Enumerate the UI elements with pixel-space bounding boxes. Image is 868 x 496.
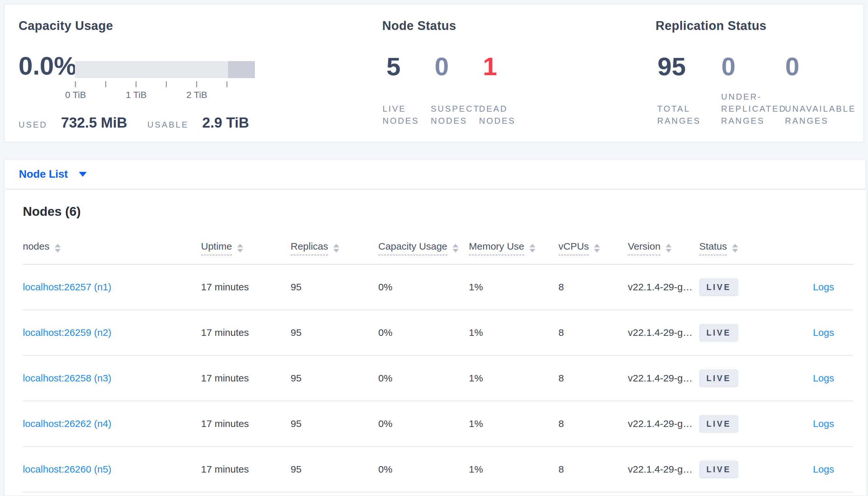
logs-link[interactable]: Logs: [813, 373, 834, 383]
column-header-capacity-usage[interactable]: Capacity Usage: [378, 231, 469, 264]
sort-icon[interactable]: [237, 244, 243, 252]
unavailable-ranges-label: UNAVAILABLE RANGES: [785, 103, 849, 127]
cluster-summary-card: Capacity Usage 0.0% 0 TiB 1 TiB 2 TiB US…: [4, 4, 864, 142]
replication-numbers: 95 0 0: [658, 53, 849, 79]
sort-icon[interactable]: [594, 244, 600, 252]
capacity-cell: 0%: [378, 355, 469, 401]
vcpus-cell: 8: [558, 355, 628, 401]
capacity-used-usable: USED 732.5 MiB USABLE 2.9 TiB: [18, 114, 269, 131]
axis-tick-label: 0 TiB: [65, 90, 86, 100]
memory-cell: 1%: [469, 401, 558, 447]
sort-icon[interactable]: [666, 244, 672, 252]
total-ranges-label: TOTAL RANGES: [657, 103, 721, 127]
capacity-bar-reserved-segment: [228, 61, 255, 78]
replicas-cell: 95: [290, 447, 378, 492]
memory-cell: 1%: [469, 264, 558, 310]
uptime-cell: 17 minutes: [201, 264, 290, 310]
axis-tick: [75, 81, 76, 87]
nodes-panel: Nodes (6) nodes Uptime: [4, 190, 867, 496]
axis-tick: [196, 81, 197, 87]
node-address-link[interactable]: localhost:26262 (n4): [23, 418, 111, 429]
version-cell: v22.1.4-29-g…: [628, 401, 699, 447]
column-header-nodes[interactable]: nodes: [23, 231, 201, 264]
table-row: localhost:26257 (n1) 17 minutes 95 0% 1%…: [23, 264, 853, 310]
sort-icon[interactable]: [452, 244, 459, 252]
column-header-memory-use[interactable]: Memory Use: [469, 231, 558, 264]
column-header-logs: [792, 231, 853, 264]
column-header-replicas[interactable]: Replicas: [290, 231, 378, 264]
suspect-nodes-count: 0: [435, 53, 483, 79]
memory-cell: 1%: [469, 310, 558, 355]
node-address-link[interactable]: localhost:26257 (n1): [23, 281, 111, 292]
column-label: Capacity Usage: [378, 241, 447, 255]
uptime-cell: 17 minutes: [201, 447, 290, 492]
sort-icon[interactable]: [333, 244, 339, 252]
node-status-labels: LIVE NODES SUSPECT NODES DEAD NODES: [383, 103, 527, 127]
version-cell: v22.1.4-29-g…: [628, 355, 699, 401]
axis-tick-label: 2 TiB: [186, 90, 207, 100]
vcpus-cell: 8: [558, 401, 628, 447]
replicas-cell: 95: [290, 355, 378, 401]
axis-tick: [136, 81, 136, 87]
uptime-cell: 17 minutes: [201, 310, 290, 355]
cluster-overview-page: { "capacity": { "title": "Capacity Usage…: [0, 0, 868, 496]
node-address-link[interactable]: localhost:26259 (n2): [23, 327, 111, 338]
column-header-vcpus[interactable]: vCPUs: [558, 231, 628, 264]
node-list-label[interactable]: Node List: [19, 168, 68, 180]
usable-value: 2.9 TiB: [202, 114, 249, 131]
capacity-cell: 0%: [378, 264, 469, 310]
axis-tick: [166, 81, 167, 87]
column-label: Version: [628, 241, 660, 255]
status-badge: LIVE: [699, 461, 738, 478]
logs-link[interactable]: Logs: [813, 418, 834, 429]
replicas-cell: 95: [290, 264, 378, 310]
memory-cell: 1%: [469, 447, 558, 492]
capacity-cell: 0%: [378, 310, 469, 355]
replication-labels: TOTAL RANGES UNDER- REPLICATED RANGES UN…: [657, 91, 849, 127]
status-badge: LIVE: [699, 369, 738, 387]
sort-icon[interactable]: [529, 244, 535, 252]
capacity-cell: 0%: [378, 447, 469, 492]
table-row: localhost:26259 (n2) 17 minutes 95 0% 1%…: [23, 310, 853, 355]
node-status-title: Node Status: [382, 19, 456, 33]
version-cell: v22.1.4-29-g…: [628, 310, 699, 355]
capacity-cell: 0%: [378, 401, 469, 447]
node-status-numbers: 5 0 1: [386, 53, 531, 79]
column-header-uptime[interactable]: Uptime: [201, 231, 290, 264]
version-cell: v22.1.4-29-g…: [628, 447, 699, 492]
vcpus-cell: 8: [558, 447, 628, 492]
node-list-dropdown[interactable]: Node List: [4, 159, 866, 189]
uptime-cell: 17 minutes: [201, 355, 290, 401]
column-label: Memory Use: [469, 241, 524, 255]
dead-nodes-label: DEAD NODES: [479, 103, 527, 127]
column-header-status[interactable]: Status: [699, 231, 792, 264]
live-nodes-label: LIVE NODES: [383, 103, 431, 127]
logs-link[interactable]: Logs: [813, 327, 834, 338]
node-address-link[interactable]: localhost:26260 (n5): [23, 464, 111, 475]
replicas-cell: 95: [290, 401, 378, 447]
suspect-nodes-label: SUSPECT NODES: [431, 103, 479, 127]
vcpus-cell: 8: [558, 264, 628, 310]
chevron-down-icon: [79, 172, 87, 177]
total-ranges-count: 95: [658, 53, 721, 79]
node-address-link[interactable]: localhost:26258 (n3): [23, 373, 111, 383]
table-header-row: nodes Uptime Replicas: [23, 231, 853, 264]
status-badge: LIVE: [699, 324, 738, 342]
table-row: localhost:26262 (n4) 17 minutes 95 0% 1%…: [23, 401, 853, 447]
axis-tick: [226, 81, 227, 87]
replicas-cell: 95: [290, 310, 378, 355]
capacity-usage-bar: 0 TiB 1 TiB 2 TiB: [75, 61, 257, 107]
under-replicated-ranges-count: 0: [721, 53, 785, 79]
usable-label: USABLE: [147, 120, 189, 130]
sort-icon[interactable]: [732, 244, 738, 252]
status-badge: LIVE: [699, 278, 738, 296]
sort-icon[interactable]: [55, 244, 61, 252]
column-label: nodes: [23, 241, 49, 255]
used-label: USED: [18, 120, 47, 130]
logs-link[interactable]: Logs: [813, 281, 834, 292]
table-row: localhost:26258 (n3) 17 minutes 95 0% 1%…: [23, 355, 853, 401]
capacity-percent: 0.0%: [18, 53, 77, 79]
column-header-version[interactable]: Version: [628, 231, 699, 264]
logs-link[interactable]: Logs: [813, 464, 834, 475]
live-nodes-count: 5: [386, 53, 435, 79]
